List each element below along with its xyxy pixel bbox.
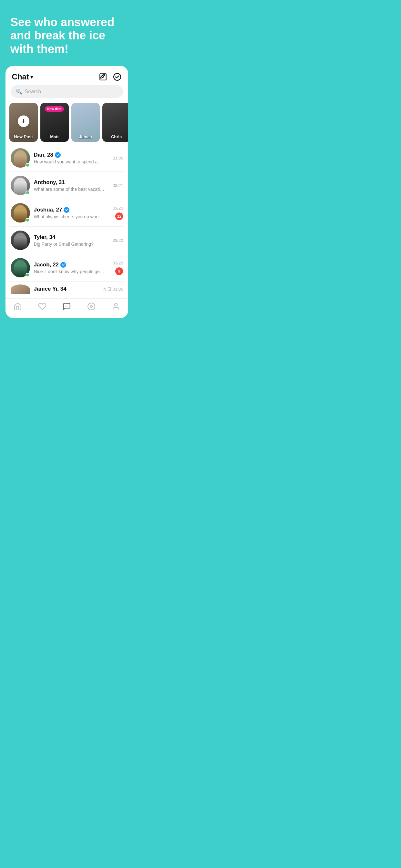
chat-time: 03/20 xyxy=(113,260,123,266)
unread-count: 9 xyxy=(115,268,123,275)
chat-info: Dan, 28 How would you want to spend a… xyxy=(34,152,113,164)
search-icon: 🔍 xyxy=(16,89,22,95)
chat-info: Jacob, 22 Nice. I don't know why people … xyxy=(34,261,113,274)
avatar-wrap xyxy=(11,230,30,250)
chat-time: 03/21 xyxy=(113,183,123,188)
chat-info: Tyler, 34 Big Party or Small Gathering? xyxy=(34,234,113,247)
avatar-wrap xyxy=(11,284,30,294)
chat-item-anthony[interactable]: Anthony, 31 What are some of the best va… xyxy=(9,172,125,199)
chat-title[interactable]: Chat ▾ xyxy=(12,72,33,82)
chat-item-janice[interactable]: Janice Yi, 34 今日 03:00 xyxy=(9,282,125,297)
online-indicator xyxy=(26,163,30,167)
story-james[interactable]: James xyxy=(71,103,100,142)
search-bar[interactable]: 🔍 Search...... xyxy=(11,85,123,98)
bottom-nav xyxy=(5,299,128,315)
chat-name: Anthony, 31 xyxy=(34,179,65,186)
avatar-wrap xyxy=(11,176,30,195)
chat-preview: Big Party or Small Gathering? xyxy=(34,242,105,247)
chat-header: Chat ▾ xyxy=(5,66,128,85)
online-indicator xyxy=(26,273,30,277)
svg-point-2 xyxy=(66,306,66,306)
chat-meta: 03/20 9 xyxy=(113,260,123,275)
home-icon xyxy=(13,302,22,311)
chat-time: 03:00 xyxy=(113,156,123,160)
search-input[interactable]: Search...... xyxy=(25,89,50,95)
app-card: Chat ▾ 🔍 Search...... xyxy=(5,66,128,318)
nav-item-chat[interactable] xyxy=(55,302,79,311)
avatar xyxy=(11,230,30,250)
chat-time: 今日 03:00 xyxy=(103,286,123,292)
stories-row: + New Post New date Matt James Chris xyxy=(5,103,128,142)
chat-info: Janice Yi, 34 xyxy=(34,286,103,293)
avatar-wrap xyxy=(11,148,30,167)
chat-info: Joshua, 27 What always cheers you up whe… xyxy=(34,207,113,219)
svg-point-5 xyxy=(88,303,95,310)
hero-title: See who answered and break the ice with … xyxy=(10,16,123,56)
chat-preview: What are some of the best vacations… xyxy=(34,187,105,192)
add-story-icon[interactable]: + xyxy=(18,116,29,127)
profile-icon xyxy=(112,302,120,311)
svg-point-3 xyxy=(66,306,67,306)
chat-item-jacob[interactable]: Jacob, 22 Nice. I don't know why people … xyxy=(9,254,125,282)
unread-count: 12 xyxy=(115,213,123,220)
chat-meta: 03:00 xyxy=(113,156,123,160)
chat-preview: What always cheers you up when you… xyxy=(34,214,105,219)
svg-point-4 xyxy=(67,306,68,306)
avatar-wrap xyxy=(11,203,30,222)
chat-info: Anthony, 31 What are some of the best va… xyxy=(34,179,113,192)
verified-icon xyxy=(64,207,69,213)
verified-icon xyxy=(55,152,61,158)
verified-icon xyxy=(60,262,66,268)
nav-item-likes[interactable] xyxy=(30,302,55,311)
chat-item-joshua[interactable]: Joshua, 27 What always cheers you up whe… xyxy=(9,199,125,227)
heart-icon xyxy=(38,302,47,311)
story-label: New Post xyxy=(9,134,38,139)
story-label: Chris xyxy=(102,134,128,139)
chevron-down-icon: ▾ xyxy=(30,74,33,80)
story-new-post[interactable]: + New Post xyxy=(9,103,38,142)
avatar-wrap xyxy=(11,258,30,277)
story-label: Matt xyxy=(40,134,69,139)
header-actions xyxy=(98,72,122,82)
chat-time: 03/20 xyxy=(113,238,123,243)
compose-button[interactable] xyxy=(98,72,107,82)
chat-time: 03/20 xyxy=(113,206,123,211)
chat-name: Janice Yi, 34 xyxy=(34,286,66,292)
chat-name: Dan, 28 xyxy=(34,152,53,158)
chat-name: Tyler, 34 xyxy=(34,234,56,241)
story-chris[interactable]: Chris xyxy=(102,103,128,142)
chat-meta: 03/20 xyxy=(113,238,123,243)
chat-title-text: Chat xyxy=(12,72,29,82)
discover-icon xyxy=(87,302,96,311)
chat-icon xyxy=(62,302,71,311)
chat-meta: 今日 03:00 xyxy=(103,286,123,292)
nav-item-profile[interactable] xyxy=(104,302,128,311)
chat-preview: How would you want to spend a… xyxy=(34,159,105,164)
chat-list: Dan, 28 How would you want to spend a… 0… xyxy=(5,144,128,297)
chat-name: Joshua, 27 xyxy=(34,207,62,213)
new-date-badge: New date xyxy=(45,106,64,112)
story-label: James xyxy=(71,134,100,139)
nav-item-home[interactable] xyxy=(5,302,30,311)
chat-name: Jacob, 22 xyxy=(34,261,59,268)
svg-point-7 xyxy=(115,303,118,306)
chat-meta: 03/20 12 xyxy=(113,206,123,220)
nav-item-discover[interactable] xyxy=(79,302,104,311)
online-indicator xyxy=(26,218,30,222)
avatar xyxy=(11,284,30,294)
chat-meta: 03/21 xyxy=(113,183,123,188)
chat-preview: Nice. I don't know why people get all wo… xyxy=(34,269,105,274)
svg-point-6 xyxy=(90,306,93,308)
story-matt[interactable]: New date Matt xyxy=(40,103,69,142)
chat-item-tyler[interactable]: Tyler, 34 Big Party or Small Gathering? … xyxy=(9,227,125,254)
online-indicator xyxy=(26,190,30,195)
chat-item-dan[interactable]: Dan, 28 How would you want to spend a… 0… xyxy=(9,144,125,172)
check-button[interactable] xyxy=(113,72,122,82)
